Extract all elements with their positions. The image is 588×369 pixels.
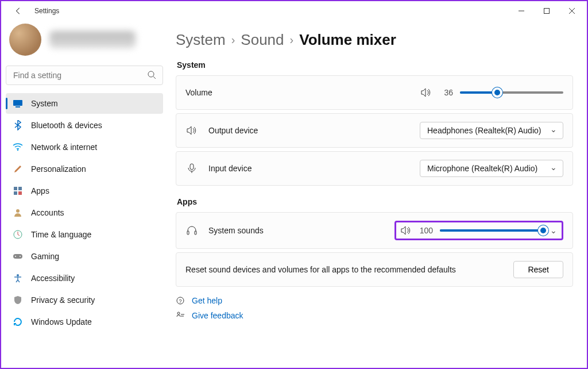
- sidebar-item-label: System: [31, 99, 58, 108]
- give-feedback-link[interactable]: Give feedback: [192, 311, 243, 320]
- headphones-icon: [185, 226, 198, 235]
- footer-links: ? Get help Give feedback: [176, 296, 573, 320]
- chevron-right-icon: ›: [290, 33, 294, 47]
- sidebar-item-personalization[interactable]: Personalization: [6, 159, 163, 179]
- search-input[interactable]: [6, 66, 163, 85]
- update-icon: [13, 317, 23, 327]
- apps-icon: [13, 186, 23, 196]
- sidebar-item-label: Accessibility: [31, 274, 75, 283]
- svg-rect-9: [14, 191, 17, 195]
- svg-point-15: [20, 256, 21, 257]
- sidebar-item-label: Windows Update: [31, 317, 92, 326]
- input-device-row: Input device Microphone (Realtek(R) Audi…: [176, 151, 573, 186]
- system-sounds-row[interactable]: System sounds 100 ⌄: [176, 212, 573, 249]
- section-title-system: System: [177, 60, 573, 70]
- sidebar-item-windows-update[interactable]: Windows Update: [6, 312, 163, 332]
- chevron-right-icon: ›: [231, 33, 235, 47]
- brush-icon: [13, 164, 23, 174]
- sidebar-item-apps[interactable]: Apps: [6, 180, 163, 201]
- svg-rect-10: [18, 191, 22, 195]
- svg-text:?: ?: [179, 298, 181, 304]
- search-container: [6, 66, 163, 85]
- help-icon: ?: [176, 296, 186, 305]
- breadcrumb-current: Volume mixer: [299, 31, 396, 49]
- svg-rect-4: [13, 100, 22, 106]
- svg-point-6: [17, 149, 18, 151]
- system-sounds-slider[interactable]: [440, 229, 543, 232]
- profile-header[interactable]: [6, 23, 163, 63]
- svg-point-14: [15, 256, 16, 257]
- nav-list: System Bluetooth & devices Network & int…: [6, 93, 163, 332]
- svg-line-3: [153, 76, 156, 79]
- system-sounds-value: 100: [418, 226, 433, 235]
- speaker-icon[interactable]: [421, 88, 431, 97]
- search-icon: [147, 70, 156, 79]
- output-device-label: Output device: [208, 126, 258, 135]
- svg-point-16: [17, 274, 19, 276]
- shield-icon: [13, 295, 23, 305]
- svg-rect-7: [14, 187, 17, 190]
- breadcrumb: System › Sound › Volume mixer: [176, 31, 573, 49]
- wifi-icon: [13, 142, 23, 152]
- system-sounds-label: System sounds: [208, 226, 264, 235]
- reset-button[interactable]: Reset: [513, 261, 563, 278]
- system-icon: [13, 98, 23, 109]
- highlighted-system-sounds-controls: 100 ⌄: [394, 221, 563, 240]
- sidebar-item-label: Privacy & security: [31, 295, 95, 305]
- breadcrumb-sound[interactable]: Sound: [241, 31, 284, 49]
- svg-rect-5: [16, 106, 20, 107]
- sidebar-item-system[interactable]: System: [6, 93, 163, 114]
- svg-rect-17: [190, 164, 194, 170]
- window-title: Settings: [34, 7, 59, 15]
- globe-clock-icon: [13, 229, 23, 240]
- svg-point-2: [148, 71, 154, 77]
- titlebar: Settings: [1, 1, 587, 21]
- reset-description: Reset sound devices and volumes for all …: [185, 265, 456, 274]
- volume-value: 36: [438, 88, 453, 97]
- avatar: [9, 24, 41, 56]
- reset-row: Reset sound devices and volumes for all …: [176, 252, 573, 287]
- svg-rect-1: [544, 9, 550, 14]
- close-button[interactable]: [559, 2, 585, 20]
- sidebar-item-privacy[interactable]: Privacy & security: [6, 290, 163, 310]
- output-device-dropdown[interactable]: Headphones (Realtek(R) Audio): [420, 122, 563, 139]
- sidebar-item-accessibility[interactable]: Accessibility: [6, 268, 163, 289]
- person-icon: [13, 207, 23, 218]
- volume-slider[interactable]: [460, 91, 563, 94]
- feedback-icon: [176, 311, 186, 320]
- accessibility-icon: [13, 273, 23, 283]
- speaker-icon[interactable]: [401, 226, 411, 235]
- chevron-down-icon[interactable]: ⌄: [550, 226, 557, 235]
- sidebar-item-gaming[interactable]: Gaming: [6, 246, 163, 267]
- speaker-icon: [185, 126, 198, 135]
- minimize-button[interactable]: [509, 2, 534, 20]
- back-button[interactable]: [11, 4, 25, 18]
- section-title-apps: Apps: [177, 197, 573, 206]
- sidebar-item-label: Apps: [31, 186, 49, 195]
- volume-label: Volume: [185, 88, 212, 97]
- window-controls: [509, 2, 585, 20]
- sidebar-item-label: Network & internet: [31, 143, 97, 152]
- volume-row: Volume 36: [176, 75, 573, 110]
- svg-point-22: [177, 312, 180, 314]
- svg-rect-8: [18, 187, 22, 190]
- get-help-link[interactable]: Get help: [192, 296, 222, 305]
- main-content: System › Sound › Volume mixer System Vol…: [168, 21, 587, 368]
- input-device-dropdown[interactable]: Microphone (Realtek(R) Audio): [420, 160, 563, 177]
- bluetooth-icon: [13, 120, 23, 130]
- sidebar-item-time-language[interactable]: Time & language: [6, 224, 163, 245]
- microphone-icon: [185, 163, 198, 174]
- sidebar-item-label: Time & language: [31, 230, 91, 239]
- maximize-button[interactable]: [534, 2, 559, 20]
- breadcrumb-system[interactable]: System: [176, 31, 226, 49]
- svg-point-11: [16, 209, 20, 213]
- output-device-row: Output device Headphones (Realtek(R) Aud…: [176, 113, 573, 148]
- svg-rect-13: [13, 254, 22, 259]
- sidebar: System Bluetooth & devices Network & int…: [1, 21, 168, 368]
- gamepad-icon: [13, 251, 23, 262]
- sidebar-item-accounts[interactable]: Accounts: [6, 202, 163, 223]
- sidebar-item-label: Personalization: [31, 164, 86, 174]
- sidebar-item-label: Accounts: [31, 208, 64, 217]
- sidebar-item-network[interactable]: Network & internet: [6, 137, 163, 157]
- sidebar-item-bluetooth[interactable]: Bluetooth & devices: [6, 115, 163, 136]
